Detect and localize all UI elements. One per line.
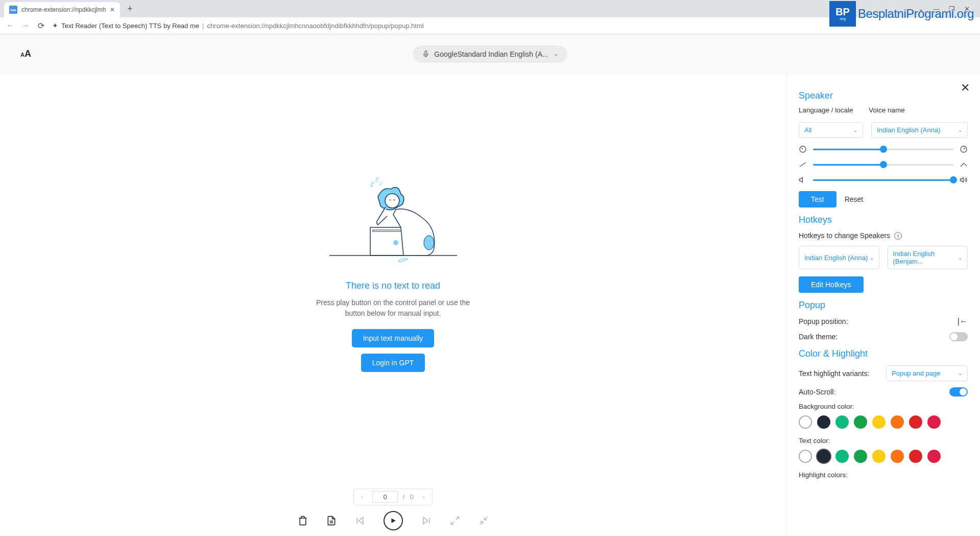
svg-text:z: z [375,176,379,183]
app-toolbar: AA GoogleStandard Indian English (A... ⌄ [0,34,980,74]
dark-theme-toggle[interactable] [949,332,968,341]
font-size-button[interactable]: AA [20,49,31,59]
play-button[interactable] [384,511,403,530]
color-swatch[interactable] [799,450,812,463]
empty-subtitle: Press play button on the control panel o… [312,297,475,319]
voice-select[interactable]: Indian English (Anna) ⌄ [871,122,968,138]
input-text-button[interactable]: Input text manually [352,329,435,347]
close-panel-button[interactable]: ✕ [961,81,970,95]
empty-title: There is no text to read [346,281,440,291]
collapse-icon[interactable] [479,516,489,526]
watermark-text: BesplatniProgrami.org [858,7,974,21]
extension-icon: ✦ [52,21,58,30]
info-icon[interactable]: i [894,232,902,240]
color-swatch[interactable] [835,450,849,463]
auto-scroll-label: Auto-Scroll: [799,388,835,396]
page-input[interactable] [372,491,398,503]
svg-text:z: z [379,181,383,187]
speed-fast-icon [960,145,968,153]
svg-text:z: z [370,180,374,188]
language-label: Language / locale [799,106,861,114]
browser-tab[interactable]: me chrome-extension://npdkkcjlmh ✕ [4,2,120,17]
voice-selector[interactable]: GoogleStandard Indian English (A... ⌄ [413,45,567,63]
color-swatch[interactable] [872,415,886,429]
document-icon[interactable] [326,516,337,526]
color-swatch[interactable] [909,450,922,463]
chevron-down-icon: ⌄ [554,51,558,57]
svg-line-24 [480,522,483,525]
voice-name-label: Voice name [869,106,968,114]
mic-icon [422,51,429,58]
color-swatch[interactable] [872,450,886,463]
hotkey-speaker-2-select[interactable]: Indian English (Benjam... ⌄ [888,246,968,269]
svg-marker-13 [960,177,963,182]
highlight-colors-label: Highlight colors: [799,471,968,479]
color-swatch[interactable] [927,415,941,429]
skip-forward-icon[interactable] [421,516,432,526]
skip-back-icon[interactable] [355,516,365,526]
language-select[interactable]: All ⌄ [799,122,863,138]
color-swatch[interactable] [927,450,941,463]
tab-favicon-icon: me [9,6,17,14]
forward-button[interactable]: → [21,21,30,30]
color-swatch[interactable] [891,450,904,463]
edit-hotkeys-button[interactable]: Edit Hotkeys [799,276,864,293]
page-prev-button[interactable]: ‹ [357,494,367,501]
speed-slider[interactable] [813,149,953,150]
playback-controls [0,505,786,536]
expand-icon[interactable] [450,516,460,526]
play-icon [390,517,397,524]
text-color-label: Text color: [799,437,968,445]
highlight-variants-select[interactable]: Popup and page ⌄ [886,365,968,381]
speaker-section-title: Speaker [799,90,968,101]
svg-point-6 [424,236,434,250]
volume-low-icon [799,176,807,184]
svg-marker-19 [423,517,427,524]
pitch-slider[interactable] [813,164,953,166]
hotkey-speaker-1-select[interactable]: Indian English (Anna) ⌄ [799,246,879,269]
auto-scroll-toggle[interactable] [949,387,968,397]
pitch-high-icon [960,160,968,169]
tab-close-icon[interactable]: ✕ [110,6,115,13]
page-next-button[interactable]: › [419,494,429,501]
bg-color-label: Background color: [799,403,968,410]
text-color-row [799,450,968,463]
svg-line-22 [451,522,454,525]
voice-selector-label: GoogleStandard Indian English (A... [434,50,548,58]
svg-line-23 [484,517,487,520]
pitch-low-icon [799,160,807,169]
color-swatch[interactable] [854,415,867,429]
url-path: chrome-extension://npdkkcjlmhcnnaoobfdjn… [207,22,423,30]
url-title: Text Reader (Text to Speech) TTS by Read… [61,22,199,30]
svg-marker-18 [391,518,395,523]
page-separator: / [403,493,405,501]
highlight-variants-label: Text highlight variants: [799,369,870,378]
svg-point-5 [385,194,399,208]
volume-slider[interactable] [813,179,953,181]
watermark-logo-icon: BP org [829,1,856,27]
position-left-icon[interactable]: |← [958,317,968,326]
color-swatch[interactable] [909,415,922,429]
reload-button[interactable]: ⟳ [37,21,45,31]
color-swatch[interactable] [799,415,812,429]
reset-button[interactable]: Reset [845,195,864,203]
bg-color-row [799,415,968,429]
delete-icon[interactable] [298,516,308,526]
test-button[interactable]: Test [799,191,836,207]
tab-title: chrome-extension://npdkkcjlmh [21,6,106,13]
color-swatch[interactable] [891,415,904,429]
main-content: z z z There is no text to read Press pla… [0,74,786,536]
settings-panel: ✕ Speaker Language / locale Voice name A… [786,74,980,536]
login-gpt-button[interactable]: Login in GPT [361,354,425,372]
color-swatch[interactable] [854,450,867,463]
popup-position-label: Popup position: [799,317,848,325]
new-tab-button[interactable]: + [123,2,136,15]
color-swatch[interactable] [817,415,830,429]
color-swatch[interactable] [835,415,849,429]
chevron-down-icon: ⌄ [870,255,874,261]
chevron-down-icon: ⌄ [853,127,857,133]
speed-slow-icon [799,145,807,153]
back-button[interactable]: ← [6,21,14,30]
hotkeys-label: Hotkeys to change Speakers [799,231,890,240]
color-swatch[interactable] [817,450,830,463]
